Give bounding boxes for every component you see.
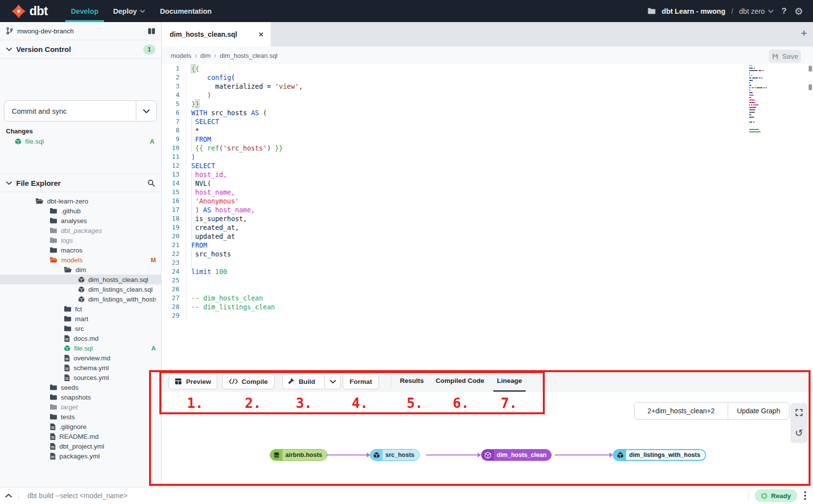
line-number: 24: [162, 267, 186, 276]
commit-options-chevron[interactable]: [136, 101, 156, 121]
gear-icon[interactable]: ⚙: [794, 6, 803, 16]
tree-item-snapshots[interactable]: snapshots: [0, 392, 162, 402]
tree-item-dim_listings_with_hosts.sql[interactable]: dim_listings_with_hosts.sql: [0, 294, 162, 304]
code-line: 25: [162, 276, 813, 285]
version-control-header[interactable]: Version Control 1: [0, 40, 161, 59]
chevron-up-icon[interactable]: [5, 493, 12, 498]
statusbar-divider: [18, 490, 19, 502]
folder-icon: [50, 403, 57, 410]
tree-item-label: mart: [75, 315, 156, 323]
tree-item-mart[interactable]: mart: [0, 314, 162, 324]
lineage-selector-input[interactable]: 2+dim_hosts_clean+2: [635, 403, 728, 419]
dbt-logo[interactable]: dbt: [11, 3, 48, 19]
chevron-down-icon[interactable]: [6, 181, 12, 185]
update-graph-button[interactable]: Update Graph: [728, 403, 789, 419]
lineage-edge-arrowhead: [367, 453, 370, 457]
tree-item-.gitignore[interactable]: .gitignore: [0, 422, 162, 431]
editor-minimap[interactable]: [749, 65, 767, 136]
format-button[interactable]: Format: [343, 374, 379, 389]
new-tab-button[interactable]: +: [801, 27, 807, 40]
project-name[interactable]: dbt Learn - mwong: [662, 7, 726, 15]
tab-results[interactable]: Results: [400, 377, 424, 384]
tree-item-.github[interactable]: .github: [0, 206, 162, 216]
tree-item-sources.yml[interactable]: sources.yml: [0, 373, 162, 382]
tab-dim-hosts-clean[interactable]: dim_hosts_clean.sql ✕: [162, 22, 271, 47]
tree-item-label: overview.md: [74, 354, 156, 362]
compile-button[interactable]: Compile: [222, 374, 275, 389]
tree-item-packages.yml[interactable]: packages.yml: [0, 451, 162, 461]
tree-item-tests[interactable]: tests: [0, 412, 162, 422]
file-explorer-title: File Explorer: [16, 179, 147, 187]
tree-item-label: macros: [61, 247, 156, 254]
scrollbar-thumb[interactable]: [809, 66, 812, 72]
build-button[interactable]: Build: [282, 374, 341, 389]
nav-item-deploy[interactable]: Deploy: [106, 0, 152, 22]
code-editor[interactable]: 1{{2 config(3 materialized = 'view',4 )5…: [162, 64, 813, 372]
fullscreen-icon[interactable]: [795, 408, 803, 417]
git-status-badge: M: [151, 256, 156, 264]
change-file-name: file.sql: [25, 138, 150, 145]
close-icon[interactable]: ✕: [258, 31, 264, 38]
lineage-node-dim_hosts_clean[interactable]: dim_hosts_clean: [481, 449, 552, 461]
tree-item-dim[interactable]: dim: [0, 265, 162, 275]
status-bar: dbt build --select <model_name> Ready: [0, 487, 813, 504]
tree-item-target[interactable]: target: [0, 402, 162, 412]
tree-item-logs[interactable]: logs: [0, 235, 162, 245]
nav-item-documentation[interactable]: Documentation: [152, 0, 219, 22]
tree-item-dim_listings_clean.sql[interactable]: dim_listings_clean.sql: [0, 284, 162, 294]
nav-item-develop[interactable]: Develop: [63, 0, 105, 22]
tree-item-dim_hosts_clean.sql[interactable]: dim_hosts_clean.sql: [0, 275, 162, 284]
kebab-menu-icon[interactable]: [804, 491, 806, 500]
tree-item-README.md[interactable]: README.md: [0, 431, 162, 441]
build-options-chevron[interactable]: [324, 374, 341, 389]
tree-item-models[interactable]: modelsM: [0, 255, 162, 265]
tree-item-src[interactable]: src: [0, 324, 162, 333]
tree-item-macros[interactable]: macros: [0, 245, 162, 255]
tree-item-label: dim_listings_with_hosts.sql: [88, 296, 156, 303]
button-label: Compile: [242, 378, 268, 385]
tree-item-dbt-learn-zero[interactable]: dbt-learn-zero: [0, 196, 162, 206]
save-button[interactable]: Save: [769, 50, 801, 63]
tree-item-docs.md[interactable]: docs.md: [0, 333, 162, 343]
code-line: 28-- dim_listings_clean: [162, 302, 813, 311]
commit-and-sync-button[interactable]: Commit and sync: [4, 101, 157, 122]
file-explorer-header[interactable]: File Explorer: [0, 174, 161, 192]
nav-item-label: Develop: [71, 7, 98, 15]
tree-item-label: sources.yml: [74, 374, 156, 381]
search-icon[interactable]: [147, 179, 155, 187]
tab-lineage[interactable]: Lineage: [497, 377, 522, 384]
preview-button[interactable]: Preview: [169, 374, 217, 389]
folder-icon: [64, 315, 72, 322]
tree-item-label: seeds: [61, 384, 156, 391]
tree-item-fct[interactable]: fct: [0, 304, 162, 314]
file-icon: [50, 453, 56, 460]
tree-item-seeds[interactable]: seeds: [0, 382, 162, 392]
lineage-node-dim_listings_with_hosts[interactable]: dim_listings_with_hosts: [613, 449, 706, 461]
tree-item-label: dim_hosts_clean.sql: [88, 276, 156, 283]
split-panels-icon[interactable]: [148, 28, 155, 34]
file-icon: [64, 374, 70, 381]
navbar-right: dbt Learn - mwong / dbt zero ? ⚙: [647, 6, 803, 16]
tree-item-dbt_project.yml[interactable]: dbt_project.yml: [0, 441, 162, 451]
tree-item-overview.md[interactable]: overview.md: [0, 353, 162, 363]
changes-count-badge: 1: [143, 45, 155, 54]
folder-icon: [647, 7, 656, 15]
tab-compiled-code[interactable]: Compiled Code: [435, 377, 484, 384]
line-number: 10: [162, 144, 186, 152]
folder-icon: [50, 394, 57, 401]
code-line: 29: [162, 311, 813, 320]
help-icon[interactable]: ?: [780, 6, 788, 16]
line-number: 22: [162, 250, 186, 258]
lineage-node-src_hosts[interactable]: src_hosts: [370, 449, 420, 461]
code-line: 21FROM: [162, 241, 813, 250]
change-item-file.sql[interactable]: file.sqlA: [0, 136, 161, 147]
tree-item-file.sql[interactable]: file.sqlA: [0, 343, 162, 353]
tree-item-analyses[interactable]: analyses: [0, 216, 162, 226]
chevron-down-icon[interactable]: [6, 47, 12, 51]
tree-item-schema.yml[interactable]: schema.yml: [0, 363, 162, 373]
tree-item-dbt_packages[interactable]: dbt_packages: [0, 226, 162, 235]
environment-selector[interactable]: dbt zero: [739, 7, 773, 15]
reset-view-icon[interactable]: ↺: [795, 428, 803, 438]
command-input[interactable]: dbt build --select <model_name>: [27, 492, 748, 500]
lineage-node-airbnb-hosts[interactable]: airbnb.hosts: [270, 449, 328, 461]
